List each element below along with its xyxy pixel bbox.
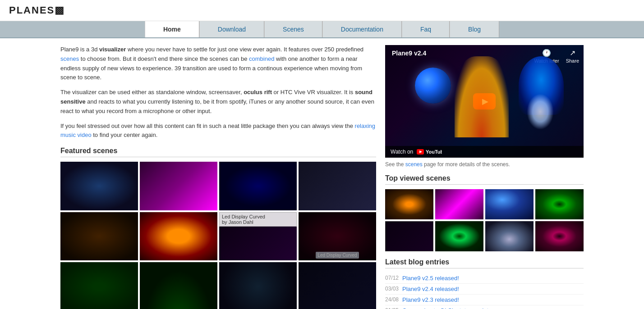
scenes-note: See the scenes page for more details of … bbox=[385, 161, 584, 168]
nav-download[interactable]: Download bbox=[199, 21, 264, 37]
nav-faq[interactable]: Faq bbox=[402, 21, 450, 37]
svg-text:YouTube: YouTube bbox=[426, 149, 442, 154]
share-icon: ↗ bbox=[566, 49, 579, 57]
blog-link-3[interactable]: Plane9 v2.3 released! bbox=[402, 296, 459, 303]
scene-thumb-8[interactable]: Led Display Curved bbox=[299, 212, 376, 261]
featured-scenes-title: Featured scenes bbox=[60, 147, 376, 157]
blog-date-3: 24/08 bbox=[385, 296, 399, 303]
navigation: Home Download Scenes Documentation Faq B… bbox=[0, 21, 644, 38]
scenes-link[interactable]: scenes bbox=[60, 55, 79, 62]
blog-entry-2: 03/03 Plane9 v2.4 released! bbox=[385, 284, 584, 295]
header: PLANES▩ bbox=[0, 0, 644, 21]
nav-home[interactable]: Home bbox=[145, 21, 199, 37]
blog-entry-3: 24/08 Plane9 v2.3 released! bbox=[385, 295, 584, 305]
featured-scenes-grid: Led Display Curved by Jason Dahl Led Dis… bbox=[60, 162, 376, 309]
watch-on-bar: Watch on YouTube bbox=[385, 146, 584, 158]
tooltip-title: Led Display Curved bbox=[222, 214, 294, 219]
logo: PLANES▩ bbox=[9, 5, 65, 16]
scene-label: Led Display Curved bbox=[316, 252, 359, 259]
blog-entry-4: 01/05 Conversion to GLSL status update bbox=[385, 305, 584, 309]
left-column: Plane9 is a 3d visualizer where you neve… bbox=[60, 45, 376, 309]
relaxing-music-link[interactable]: relaxing music video bbox=[60, 123, 375, 139]
white-creature-visual bbox=[527, 94, 554, 130]
intro-paragraph1: Plane9 is a 3d visualizer where you neve… bbox=[60, 45, 376, 82]
blog-link-2[interactable]: Plane9 v2.4 released! bbox=[402, 286, 459, 292]
blog-link-4[interactable]: Conversion to GLSL status update bbox=[402, 307, 492, 309]
youtube-logo-icon: YouTube bbox=[417, 149, 442, 155]
top-view-6[interactable] bbox=[435, 221, 483, 251]
scene-thumb-11[interactable] bbox=[219, 262, 297, 309]
top-view-3[interactable] bbox=[485, 189, 534, 219]
share-button[interactable]: ↗ Share bbox=[566, 49, 579, 64]
tooltip-author: by Jason Dahl bbox=[222, 219, 294, 225]
top-viewed-grid bbox=[385, 189, 584, 251]
scene-thumb-9[interactable] bbox=[60, 262, 138, 309]
scene-thumb-10[interactable] bbox=[140, 262, 217, 309]
top-view-5[interactable] bbox=[385, 221, 433, 251]
scene-thumb-1[interactable] bbox=[60, 162, 138, 210]
top-view-1[interactable] bbox=[385, 189, 433, 219]
scene-thumb-6[interactable] bbox=[140, 212, 217, 261]
scene-thumb-5[interactable] bbox=[60, 212, 138, 261]
top-view-4[interactable] bbox=[535, 189, 584, 219]
top-viewed-title: Top viewed scenes bbox=[385, 174, 584, 185]
scene-tooltip: Led Display Curved by Jason Dahl bbox=[219, 212, 297, 227]
video-player[interactable]: Plane9 v2.4 🕐 Watch later ↗ Share bbox=[385, 45, 584, 158]
blog-date-2: 03/03 bbox=[385, 286, 399, 292]
scene-thumb-7[interactable]: Led Display Curved by Jason Dahl bbox=[219, 212, 297, 261]
logo-text: PLANES bbox=[9, 5, 55, 16]
scene-thumb-12[interactable] bbox=[299, 262, 376, 309]
watch-on-text: Watch on bbox=[391, 149, 413, 155]
scene-thumb-4[interactable] bbox=[299, 162, 376, 210]
nav-blog[interactable]: Blog bbox=[450, 21, 499, 37]
scene-thumb-3[interactable] bbox=[219, 162, 297, 210]
fire-visual bbox=[455, 56, 509, 137]
blog-date-4: 01/05 bbox=[385, 307, 399, 309]
scenes-page-link[interactable]: scenes bbox=[405, 161, 423, 168]
blog-title: Latest blog entries bbox=[385, 258, 584, 268]
blog-link-1[interactable]: Plane9 v2.5 released! bbox=[402, 275, 459, 282]
video-title: Plane9 v2.4 bbox=[392, 50, 426, 57]
nav-documentation[interactable]: Documentation bbox=[322, 21, 402, 37]
intro-paragraph2: The visualizer can be used either as sta… bbox=[60, 88, 376, 116]
earth-visual bbox=[415, 68, 451, 104]
top-view-2[interactable] bbox=[435, 189, 483, 219]
blog-entries: 07/12 Plane9 v2.5 released! 03/03 Plane9… bbox=[385, 273, 584, 309]
blog-date-1: 07/12 bbox=[385, 275, 399, 281]
main-content: Plane9 is a 3d visualizer where you neve… bbox=[51, 38, 593, 309]
blog-entry-1: 07/12 Plane9 v2.5 released! bbox=[385, 273, 584, 284]
intro-paragraph3: If you feel stressed out over how all th… bbox=[60, 122, 376, 141]
clock-icon: 🕐 bbox=[534, 49, 559, 57]
right-column: Plane9 v2.4 🕐 Watch later ↗ Share bbox=[385, 45, 584, 309]
video-container: Plane9 v2.4 🕐 Watch later ↗ Share bbox=[385, 45, 584, 158]
nav-scenes[interactable]: Scenes bbox=[264, 21, 322, 37]
scene-thumb-2[interactable] bbox=[140, 162, 217, 210]
combined-link[interactable]: combined bbox=[249, 55, 274, 62]
top-view-7[interactable] bbox=[485, 221, 534, 251]
share-label: Share bbox=[566, 58, 579, 64]
top-view-8[interactable] bbox=[535, 221, 584, 251]
